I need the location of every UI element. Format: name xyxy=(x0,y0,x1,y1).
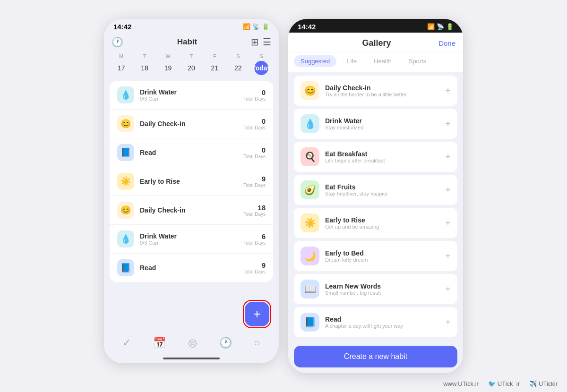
fab-highlight: + xyxy=(243,300,271,328)
gallery-header: Gallery Done xyxy=(288,33,463,52)
website-label: www.UTick.ir xyxy=(443,380,479,387)
cal-day-thu[interactable]: T 20 xyxy=(184,53,198,75)
add-words-button[interactable]: + xyxy=(445,284,451,295)
habit-icon-water: 💧 xyxy=(117,86,134,103)
gallery-icon-checkin: 😊 xyxy=(301,81,319,100)
add-water-button[interactable]: + xyxy=(445,119,451,129)
gallery-phone: 14:42 📶 📡 🔋 Gallery Done Suggested Life … xyxy=(288,19,463,373)
gallery-item-read[interactable]: 📘 Read A chapter a day will light your w… xyxy=(294,307,457,337)
add-fruits-button[interactable]: + xyxy=(445,185,451,196)
category-tabs: Suggested Life Health Sports xyxy=(288,52,463,72)
telegram-label: UTickir xyxy=(539,380,558,387)
footer-twitter[interactable]: 🐦 UTick_ir xyxy=(488,380,520,387)
gallery-done-button[interactable]: Done xyxy=(438,39,455,47)
habit-icon-checkin: 😊 xyxy=(117,115,134,132)
layout-icon[interactable]: ⊞ xyxy=(251,36,259,48)
gallery-item-words[interactable]: 📖 Learn New Words Small number, big resu… xyxy=(294,274,457,304)
create-habit-button[interactable]: Create a new habit xyxy=(294,346,457,367)
habit-item-checkin-1[interactable]: 😊 Daily Check-in 0 Total Days xyxy=(110,110,273,138)
gallery-icon-words: 📖 xyxy=(301,280,319,298)
cal-day-today[interactable]: S Today xyxy=(254,53,268,75)
tab-settings-icon[interactable]: ○ xyxy=(254,337,260,349)
fab-area: + xyxy=(104,300,279,328)
gallery-status-icons: 📶 📡 🔋 xyxy=(427,23,454,30)
calendar-strip: M 17 T 18 W 19 T 20 F 21 xyxy=(104,51,279,77)
cal-day-sat[interactable]: S 22 xyxy=(231,53,245,75)
status-time: 14:42 xyxy=(113,23,131,31)
gallery-title: Gallery xyxy=(315,38,438,48)
history-icon[interactable]: 🕐 xyxy=(112,36,123,48)
tab-circle-icon[interactable]: ◎ xyxy=(188,337,197,349)
habit-icon-read: 📘 xyxy=(117,144,134,161)
add-checkin-button[interactable]: + xyxy=(445,85,451,96)
tab-suggested[interactable]: Suggested xyxy=(294,55,336,67)
gallery-item-water[interactable]: 💧 Drink Water Stay moisturized + xyxy=(294,109,457,139)
gallery-icon-rise: ☀️ xyxy=(301,213,319,232)
gallery-item-bed[interactable]: 🌙 Early to Bed Dream lofty dream + xyxy=(294,241,457,271)
gallery-icon-water: 💧 xyxy=(301,114,319,133)
gallery-item-breakfast[interactable]: 🍳 Eat Breakfast Life begins after breakf… xyxy=(294,142,457,172)
tab-sports[interactable]: Sports xyxy=(402,55,433,67)
gallery-item-rise[interactable]: ☀️ Early to Rise Get up and be amazing + xyxy=(294,208,457,238)
habit-icon-water2: 💧 xyxy=(117,230,134,247)
habit-item-rise[interactable]: ☀️ Early to Rise 9 Total Days xyxy=(110,167,273,196)
list-icon[interactable]: ☰ xyxy=(263,36,271,48)
habit-info: Drink Water 0/3 Cup xyxy=(140,88,243,102)
gallery-icon-fruits: 🥑 xyxy=(301,180,319,199)
add-bed-button[interactable]: + xyxy=(445,251,451,262)
gallery-item-checkin[interactable]: 😊 Daily Check-in Try a little harder to … xyxy=(294,76,457,106)
cal-day-tue[interactable]: T 18 xyxy=(137,53,152,75)
habit-item-checkin-2[interactable]: 😊 Daily Check-in 18 Total Days xyxy=(110,196,273,225)
habit-icon-rise: ☀️ xyxy=(117,173,134,190)
tab-life[interactable]: Life xyxy=(340,55,363,67)
habit-icon-read2: 📘 xyxy=(117,259,134,276)
habit-phone: 14:42 📶 📡 🔋 🕐 Habit ⊞ ☰ M xyxy=(104,19,279,363)
gallery-list: 😊 Daily Check-in Try a little harder to … xyxy=(288,72,463,341)
cal-day-fri[interactable]: F 21 xyxy=(207,53,222,75)
add-habit-button[interactable]: + xyxy=(245,302,269,326)
add-rise-button[interactable]: + xyxy=(445,218,451,229)
add-read-button[interactable]: + xyxy=(445,317,451,328)
create-btn-wrap: Create a new habit xyxy=(288,341,463,373)
gallery-time: 14:42 xyxy=(298,23,316,31)
habit-item-drink-water-1[interactable]: 💧 Drink Water 0/3 Cup 0 Total Days xyxy=(110,81,273,110)
tab-checklist-icon[interactable]: ✓ xyxy=(122,337,131,349)
page-footer: www.UTick.ir 🐦 UTick_ir ✈️ UTickir xyxy=(443,380,558,387)
nav-title: Habit xyxy=(177,37,198,47)
footer-website: www.UTick.ir xyxy=(443,380,479,387)
wifi-icon: 📡 xyxy=(252,23,260,30)
battery-icon: 🔋 xyxy=(262,23,269,30)
tab-bar: ✓ 📅 ◎ 🕐 ○ xyxy=(104,332,279,354)
habit-item-read-1[interactable]: 📘 Read 0 Total Days xyxy=(110,138,273,167)
tab-health[interactable]: Health xyxy=(367,55,398,67)
nav-header: 🕐 Habit ⊞ ☰ xyxy=(104,33,279,51)
home-bar xyxy=(163,358,220,359)
habit-item-drink-water-2[interactable]: 💧 Drink Water 0/3 Cup 6 Total Days xyxy=(110,225,273,254)
gallery-wifi-icon: 📡 xyxy=(437,23,444,30)
gallery-status-bar: 14:42 📶 📡 🔋 xyxy=(288,19,463,33)
cal-day-mon[interactable]: M 17 xyxy=(114,53,129,75)
gallery-signal-icon: 📶 xyxy=(427,23,435,30)
status-icons: 📶 📡 🔋 xyxy=(243,23,269,30)
habit-item-read-2[interactable]: 📘 Read 9 Total Days xyxy=(110,254,273,282)
home-indicator xyxy=(104,354,279,363)
gallery-icon-breakfast: 🍳 xyxy=(301,147,319,166)
habit-list: 💧 Drink Water 0/3 Cup 0 Total Days 😊 Dai… xyxy=(110,81,273,282)
twitter-label: UTick_ir xyxy=(498,380,520,387)
gallery-item-fruits[interactable]: 🥑 Eat Fruits Stay healthier, stay happie… xyxy=(294,175,457,205)
gallery-icon-read: 📘 xyxy=(301,313,319,332)
cal-day-wed[interactable]: W 19 xyxy=(161,53,175,75)
signal-icon: 📶 xyxy=(243,23,250,30)
tab-clock-icon[interactable]: 🕐 xyxy=(219,337,232,349)
gallery-icon-bed: 🌙 xyxy=(301,247,319,265)
status-bar: 14:42 📶 📡 🔋 xyxy=(104,19,279,33)
habit-icon-checkin2: 😊 xyxy=(117,202,134,219)
gallery-battery-icon: 🔋 xyxy=(446,23,454,30)
telegram-icon: ✈️ xyxy=(529,380,537,387)
habit-count: 0 Total Days xyxy=(243,88,266,102)
twitter-icon: 🐦 xyxy=(488,380,496,387)
tab-calendar-icon[interactable]: 📅 xyxy=(153,337,166,349)
add-breakfast-button[interactable]: + xyxy=(445,152,451,162)
footer-telegram[interactable]: ✈️ UTickir xyxy=(529,380,558,387)
